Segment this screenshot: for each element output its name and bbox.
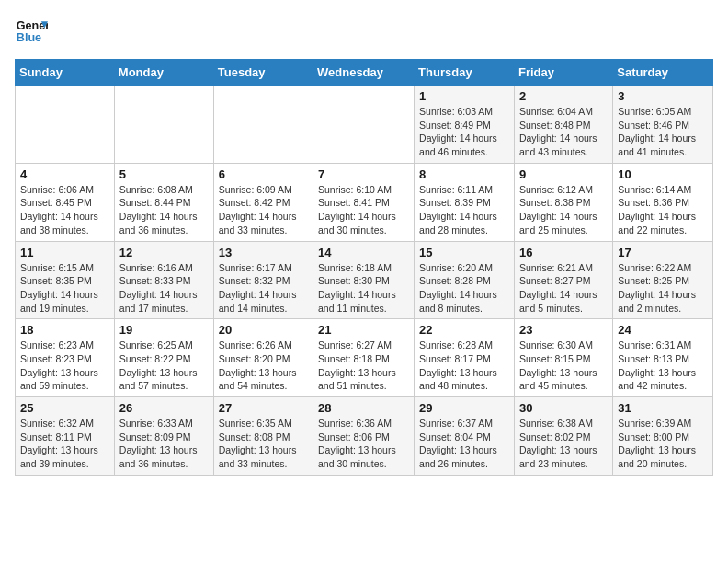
calendar-cell: [16, 86, 115, 164]
day-info: Sunrise: 6:30 AM Sunset: 8:15 PM Dayligh…: [519, 339, 608, 393]
calendar-cell: 28Sunrise: 6:36 AM Sunset: 8:06 PM Dayli…: [313, 397, 415, 476]
day-number: 18: [20, 323, 109, 337]
day-number: 17: [618, 246, 708, 259]
calendar-cell: [213, 86, 313, 164]
day-number: 16: [519, 246, 608, 259]
weekday-header-tuesday: Tuesday: [213, 60, 313, 86]
day-number: 29: [419, 401, 509, 415]
day-number: 23: [519, 323, 608, 337]
calendar-body: 1Sunrise: 6:03 AM Sunset: 8:49 PM Daylig…: [16, 86, 713, 476]
day-info: Sunrise: 6:28 AM Sunset: 8:17 PM Dayligh…: [419, 339, 509, 393]
day-info: Sunrise: 6:39 AM Sunset: 8:00 PM Dayligh…: [618, 417, 708, 471]
day-number: 24: [618, 323, 708, 337]
calendar-cell: 9Sunrise: 6:12 AM Sunset: 8:38 PM Daylig…: [514, 163, 612, 241]
day-number: 10: [618, 167, 708, 181]
weekday-header-thursday: Thursday: [415, 60, 515, 86]
weekday-header-monday: Monday: [114, 60, 213, 86]
day-number: 9: [519, 167, 608, 181]
day-number: 1: [419, 89, 509, 103]
day-info: Sunrise: 6:09 AM Sunset: 8:42 PM Dayligh…: [219, 183, 308, 237]
day-number: 6: [219, 167, 308, 181]
page-header: General Blue: [15, 15, 713, 48]
day-number: 27: [219, 401, 308, 415]
day-info: Sunrise: 6:12 AM Sunset: 8:38 PM Dayligh…: [519, 183, 608, 237]
calendar-cell: 22Sunrise: 6:28 AM Sunset: 8:17 PM Dayli…: [415, 319, 515, 397]
calendar-cell: 26Sunrise: 6:33 AM Sunset: 8:09 PM Dayli…: [114, 397, 213, 476]
day-info: Sunrise: 6:17 AM Sunset: 8:32 PM Dayligh…: [219, 261, 308, 316]
weekday-header-saturday: Saturday: [613, 60, 713, 86]
day-info: Sunrise: 6:21 AM Sunset: 8:27 PM Dayligh…: [519, 261, 608, 316]
calendar-cell: 15Sunrise: 6:20 AM Sunset: 8:28 PM Dayli…: [415, 241, 515, 319]
calendar-week-4: 18Sunrise: 6:23 AM Sunset: 8:23 PM Dayli…: [16, 319, 713, 397]
calendar-cell: 27Sunrise: 6:35 AM Sunset: 8:08 PM Dayli…: [213, 397, 313, 476]
calendar-cell: [114, 86, 213, 164]
day-number: 20: [219, 323, 308, 337]
day-number: 14: [318, 246, 409, 259]
calendar-cell: 20Sunrise: 6:26 AM Sunset: 8:20 PM Dayli…: [213, 319, 313, 397]
calendar-week-5: 25Sunrise: 6:32 AM Sunset: 8:11 PM Dayli…: [16, 397, 713, 476]
calendar-cell: 4Sunrise: 6:06 AM Sunset: 8:45 PM Daylig…: [16, 163, 115, 241]
calendar-cell: 29Sunrise: 6:37 AM Sunset: 8:04 PM Dayli…: [415, 397, 515, 476]
day-number: 11: [20, 246, 109, 259]
day-info: Sunrise: 6:22 AM Sunset: 8:25 PM Dayligh…: [618, 261, 708, 316]
logo: General Blue: [15, 15, 48, 48]
calendar-cell: 14Sunrise: 6:18 AM Sunset: 8:30 PM Dayli…: [313, 241, 415, 319]
calendar-cell: 24Sunrise: 6:31 AM Sunset: 8:13 PM Dayli…: [613, 319, 713, 397]
weekday-header-friday: Friday: [514, 60, 612, 86]
calendar-cell: 5Sunrise: 6:08 AM Sunset: 8:44 PM Daylig…: [114, 163, 213, 241]
day-info: Sunrise: 6:31 AM Sunset: 8:13 PM Dayligh…: [618, 339, 708, 393]
day-info: Sunrise: 6:33 AM Sunset: 8:09 PM Dayligh…: [119, 417, 209, 471]
calendar-cell: 6Sunrise: 6:09 AM Sunset: 8:42 PM Daylig…: [213, 163, 313, 241]
day-number: 22: [419, 323, 509, 337]
day-number: 7: [318, 167, 409, 181]
day-info: Sunrise: 6:11 AM Sunset: 8:39 PM Dayligh…: [419, 183, 509, 237]
day-number: 3: [618, 89, 708, 103]
day-info: Sunrise: 6:27 AM Sunset: 8:18 PM Dayligh…: [318, 339, 409, 393]
calendar-cell: 2Sunrise: 6:04 AM Sunset: 8:48 PM Daylig…: [514, 86, 612, 164]
weekday-header-wednesday: Wednesday: [313, 60, 415, 86]
logo-icon: General Blue: [15, 15, 48, 48]
day-info: Sunrise: 6:23 AM Sunset: 8:23 PM Dayligh…: [20, 339, 109, 393]
day-info: Sunrise: 6:32 AM Sunset: 8:11 PM Dayligh…: [20, 417, 109, 471]
calendar-cell: 1Sunrise: 6:03 AM Sunset: 8:49 PM Daylig…: [415, 86, 515, 164]
day-number: 30: [519, 401, 608, 415]
day-number: 4: [20, 167, 109, 181]
calendar-cell: 19Sunrise: 6:25 AM Sunset: 8:22 PM Dayli…: [114, 319, 213, 397]
day-info: Sunrise: 6:06 AM Sunset: 8:45 PM Dayligh…: [20, 183, 109, 237]
day-info: Sunrise: 6:25 AM Sunset: 8:22 PM Dayligh…: [119, 339, 209, 393]
calendar-cell: 3Sunrise: 6:05 AM Sunset: 8:46 PM Daylig…: [613, 86, 713, 164]
calendar-cell: 11Sunrise: 6:15 AM Sunset: 8:35 PM Dayli…: [16, 241, 115, 319]
day-info: Sunrise: 6:37 AM Sunset: 8:04 PM Dayligh…: [419, 417, 509, 471]
day-number: 26: [119, 401, 209, 415]
day-number: 2: [519, 89, 608, 103]
calendar-table: SundayMondayTuesdayWednesdayThursdayFrid…: [15, 59, 713, 476]
calendar-cell: 25Sunrise: 6:32 AM Sunset: 8:11 PM Dayli…: [16, 397, 115, 476]
calendar-cell: [313, 86, 415, 164]
day-number: 19: [119, 323, 209, 337]
calendar-cell: 13Sunrise: 6:17 AM Sunset: 8:32 PM Dayli…: [213, 241, 313, 319]
calendar-cell: 10Sunrise: 6:14 AM Sunset: 8:36 PM Dayli…: [613, 163, 713, 241]
calendar-cell: 7Sunrise: 6:10 AM Sunset: 8:41 PM Daylig…: [313, 163, 415, 241]
calendar-cell: 18Sunrise: 6:23 AM Sunset: 8:23 PM Dayli…: [16, 319, 115, 397]
day-info: Sunrise: 6:18 AM Sunset: 8:30 PM Dayligh…: [318, 261, 409, 316]
day-info: Sunrise: 6:08 AM Sunset: 8:44 PM Dayligh…: [119, 183, 209, 237]
day-number: 31: [618, 401, 708, 415]
day-number: 13: [219, 246, 308, 259]
calendar-cell: 16Sunrise: 6:21 AM Sunset: 8:27 PM Dayli…: [514, 241, 612, 319]
day-number: 28: [318, 401, 409, 415]
day-info: Sunrise: 6:15 AM Sunset: 8:35 PM Dayligh…: [20, 261, 109, 316]
weekday-header-row: SundayMondayTuesdayWednesdayThursdayFrid…: [16, 60, 713, 86]
day-number: 25: [20, 401, 109, 415]
calendar-cell: 17Sunrise: 6:22 AM Sunset: 8:25 PM Dayli…: [613, 241, 713, 319]
day-info: Sunrise: 6:10 AM Sunset: 8:41 PM Dayligh…: [318, 183, 409, 237]
calendar-cell: 31Sunrise: 6:39 AM Sunset: 8:00 PM Dayli…: [613, 397, 713, 476]
calendar-week-1: 1Sunrise: 6:03 AM Sunset: 8:49 PM Daylig…: [16, 86, 713, 164]
day-info: Sunrise: 6:26 AM Sunset: 8:20 PM Dayligh…: [219, 339, 308, 393]
day-number: 21: [318, 323, 409, 337]
day-info: Sunrise: 6:05 AM Sunset: 8:46 PM Dayligh…: [618, 105, 708, 159]
day-number: 8: [419, 167, 509, 181]
calendar-cell: 12Sunrise: 6:16 AM Sunset: 8:33 PM Dayli…: [114, 241, 213, 319]
day-info: Sunrise: 6:16 AM Sunset: 8:33 PM Dayligh…: [119, 261, 209, 316]
day-info: Sunrise: 6:36 AM Sunset: 8:06 PM Dayligh…: [318, 417, 409, 471]
day-number: 12: [119, 246, 209, 259]
